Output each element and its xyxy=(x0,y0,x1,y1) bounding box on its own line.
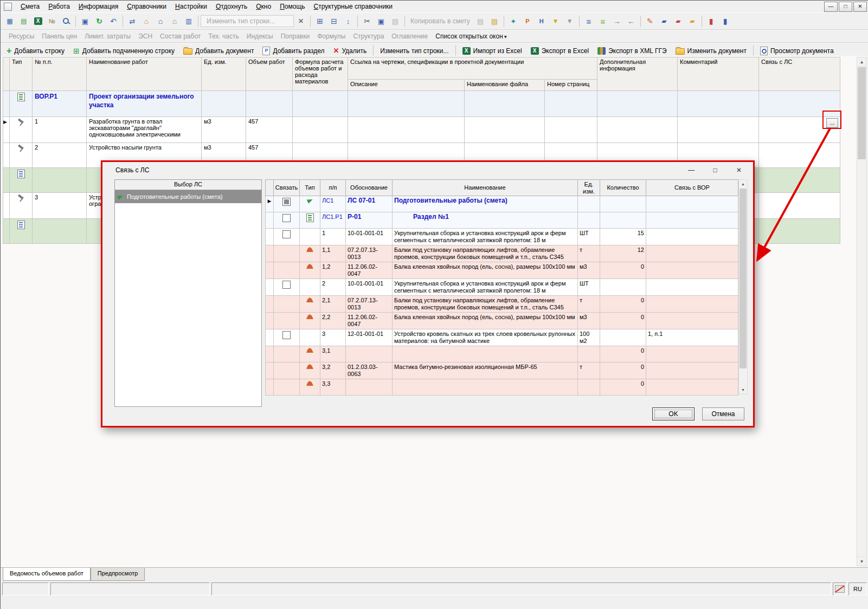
cell[interactable] xyxy=(10,219,33,244)
vor-link-cell[interactable]: 1, п.1 xyxy=(646,329,738,346)
tab-esn[interactable]: ЭСН xyxy=(134,31,156,41)
delete-button[interactable]: Удалить xyxy=(329,46,371,56)
cell[interactable] xyxy=(274,329,300,346)
cell[interactable] xyxy=(300,196,320,212)
scroll-down-icon[interactable]: ▼ xyxy=(739,386,747,394)
sync-doc-button[interactable] xyxy=(126,15,139,28)
cell[interactable]: 2 xyxy=(320,279,346,296)
norm-base-button[interactable] xyxy=(705,15,718,28)
cell[interactable] xyxy=(274,212,300,229)
import-excel-button[interactable]: Импорт из Excel xyxy=(458,46,526,56)
cell[interactable]: 0 xyxy=(600,296,646,313)
dialog-close-button[interactable]: ✕ xyxy=(727,166,751,174)
cell[interactable]: ЛС1.Р1 xyxy=(320,212,346,229)
row-num[interactable]: ВОР.Р1 xyxy=(33,91,87,117)
col-comment[interactable]: Комментарий xyxy=(678,57,759,91)
col-ls[interactable]: Связь с ЛС xyxy=(759,57,840,91)
cell[interactable] xyxy=(246,91,293,117)
app-icon[interactable] xyxy=(4,3,12,11)
cell[interactable]: т xyxy=(578,296,600,313)
material-row[interactable]: 3,3 0 xyxy=(266,379,738,396)
cell[interactable] xyxy=(759,193,840,219)
cell[interactable] xyxy=(293,117,348,143)
cell[interactable] xyxy=(300,262,320,279)
save-button[interactable] xyxy=(79,15,92,28)
cell[interactable] xyxy=(274,245,300,262)
material-row[interactable]: 1,2 11.2.06.02-0047 Балка клееная хвойны… xyxy=(266,262,738,279)
cell[interactable]: 0 xyxy=(600,262,646,279)
tab-panel-cen[interactable]: Панель цен xyxy=(38,31,81,41)
cell[interactable] xyxy=(293,91,348,117)
cell[interactable] xyxy=(10,193,33,219)
cell[interactable]: ЛС1 xyxy=(320,196,346,212)
view-document-button[interactable]: Просмотр документа xyxy=(756,45,838,57)
cell[interactable] xyxy=(348,91,465,117)
row-name[interactable]: Проект организации земельного участка xyxy=(87,91,202,117)
col-name[interactable]: Наименование работ xyxy=(87,57,202,91)
ls-row[interactable]: ЛС1.Р1 Р-01 Раздел №1 xyxy=(266,212,738,229)
cell[interactable] xyxy=(274,262,300,279)
col-type[interactable]: Тип xyxy=(300,180,320,196)
open-windows-dropdown[interactable]: Список открытых окон▾ xyxy=(432,31,511,41)
object-copy-button[interactable] xyxy=(168,15,181,28)
cell[interactable] xyxy=(646,196,738,212)
cell[interactable] xyxy=(759,143,840,168)
cell[interactable]: Балка клееная хвойных пород (ель, сосна)… xyxy=(393,262,578,279)
copy-button[interactable] xyxy=(375,15,388,28)
cell[interactable] xyxy=(465,117,545,143)
row-num[interactable]: 2 xyxy=(33,143,87,168)
dialog-scrollbar[interactable]: ▲ ▼ xyxy=(738,179,748,394)
row-volume[interactable]: 457 xyxy=(246,117,293,143)
ok-button[interactable]: OK xyxy=(652,407,695,420)
paste-to-estimate-button[interactable] xyxy=(488,15,501,28)
cell[interactable]: 3,1 xyxy=(320,346,346,362)
cell[interactable] xyxy=(300,313,320,329)
cell[interactable] xyxy=(346,379,393,396)
col-link-group[interactable]: Ссылка на чертежи, спецификации в проект… xyxy=(348,57,597,80)
material-row[interactable]: 3,2 01.2.03.03-0063 Мастика битумно-рези… xyxy=(266,362,738,379)
col-pages[interactable]: Номер страниц xyxy=(545,80,597,91)
col-unit[interactable]: Ед. изм. xyxy=(578,180,600,196)
cell[interactable] xyxy=(274,296,300,313)
ls-link-cell[interactable]: ... xyxy=(759,117,840,143)
cell[interactable] xyxy=(300,229,320,245)
minimize-button[interactable]: — xyxy=(824,2,838,12)
cell[interactable]: 10-01-001-01 xyxy=(346,279,393,296)
cell[interactable] xyxy=(759,168,840,193)
cell[interactable] xyxy=(646,346,738,362)
cell[interactable] xyxy=(646,229,738,245)
sort-rows-button[interactable] xyxy=(342,15,355,28)
material-row[interactable]: 2,2 11.2.06.02-0047 Балка клееная хвойны… xyxy=(266,313,738,329)
resources-button[interactable] xyxy=(507,15,520,28)
tab-struktura[interactable]: Структура xyxy=(349,31,388,41)
tab-resursy[interactable]: Ресурсы xyxy=(5,31,38,41)
tab-vor-sheet[interactable]: Ведомость объемов работ xyxy=(3,568,91,581)
copy-to-estimate-button[interactable] xyxy=(474,15,487,28)
cell[interactable] xyxy=(300,362,320,379)
cell[interactable]: 10-01-001-01 xyxy=(346,229,393,245)
norm-base-2-button[interactable] xyxy=(719,15,732,28)
cell[interactable] xyxy=(348,117,465,143)
cell[interactable]: 0 xyxy=(600,313,646,329)
cell[interactable]: 01.2.03.03-0063 xyxy=(346,362,393,379)
cell[interactable]: т xyxy=(578,362,600,379)
cell[interactable] xyxy=(300,329,320,346)
col-link[interactable]: Связать xyxy=(274,180,300,196)
col-descr[interactable]: Описание xyxy=(348,80,465,91)
cell[interactable]: Балки под установку направляющих лифтов,… xyxy=(393,296,578,313)
restore-button[interactable]: □ xyxy=(839,2,852,12)
cell[interactable] xyxy=(300,346,320,362)
filter-clear-button[interactable] xyxy=(563,15,576,28)
link-checkbox[interactable] xyxy=(282,230,291,238)
menu-strukturnye[interactable]: Структурные справочники xyxy=(310,1,397,12)
cell[interactable]: 12 xyxy=(600,245,646,262)
cell[interactable] xyxy=(545,117,597,143)
cell[interactable] xyxy=(578,196,600,212)
price-np-button[interactable] xyxy=(535,15,548,28)
row-num[interactable]: 1 xyxy=(33,117,87,143)
cell[interactable] xyxy=(646,362,738,379)
ls-selector-item-selected[interactable]: Подготовительные работы (смета) xyxy=(115,190,261,203)
tab-formuly[interactable]: Формулы xyxy=(313,31,349,41)
edit-document-button[interactable]: Изменить документ xyxy=(671,45,751,56)
object-edit-button[interactable] xyxy=(154,15,167,28)
